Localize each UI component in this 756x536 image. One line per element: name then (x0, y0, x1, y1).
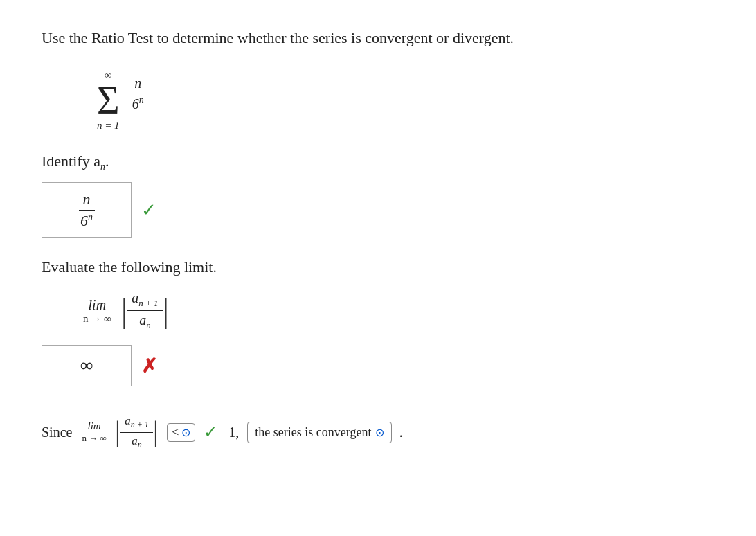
one-label: 1, (228, 425, 239, 440)
result-dropdown[interactable]: the series is convergent ⊙ (247, 422, 392, 443)
since-lim-word: lim (87, 420, 100, 432)
abs-expression: | an + 1 an | (121, 290, 170, 331)
identify-punct: . (105, 152, 109, 170)
lim-subscript: n → ∞ (83, 313, 111, 325)
an-exp: n (88, 212, 93, 222)
evaluate-cross-icon: ✗ (141, 355, 157, 377)
since-abs-num-sub: n + 1 (131, 420, 149, 430)
since-abs-frac: an + 1 an (120, 414, 153, 450)
evaluate-label: Evaluate the following limit. (42, 258, 714, 276)
limit-answer-value: ∞ (80, 355, 93, 376)
identify-text: Identify a (42, 152, 100, 170)
period: . (399, 423, 403, 441)
since-lim-subscript: n → ∞ (82, 433, 106, 444)
identify-subscript: n (100, 161, 105, 172)
an-denominator: 6n (76, 211, 97, 230)
identify-label: Identify an. (42, 152, 714, 172)
evaluate-section: Evaluate the following limit. lim n → ∞ … (42, 258, 714, 386)
abs-frac: an + 1 an (127, 290, 162, 331)
series-numerator: n (132, 75, 144, 93)
comparison-arrow: ⊙ (181, 426, 190, 439)
abs-numerator: an + 1 (127, 290, 162, 311)
since-abs-num: an + 1 (120, 414, 153, 432)
since-abs-den: an (127, 433, 146, 450)
abs-denominator: an (135, 311, 155, 331)
identify-section: Identify an. n 6n ✓ (42, 152, 714, 238)
since-abs-den-sub: n (138, 440, 142, 449)
comparison-dropdown[interactable]: < ⊙ (167, 423, 195, 442)
lower-limit: n = 1 (97, 120, 120, 132)
abs-den-sub: n (146, 320, 151, 330)
an-numerator: n (79, 190, 95, 211)
limit-answer-box[interactable]: ∞ (42, 345, 132, 386)
since-left-bar: | (115, 418, 120, 446)
series-denominator: 6n (129, 93, 147, 112)
series-display: ∞ Σ n = 1 n 6n (97, 70, 714, 132)
an-check-icon: ✓ (141, 199, 156, 221)
limit-expression: lim n → ∞ | an + 1 an | (83, 290, 714, 331)
lim-word: lim (89, 297, 107, 313)
comparison-text: < (172, 425, 179, 440)
evaluate-answer-row: ∞ ✗ (42, 345, 714, 386)
an-answer-box[interactable]: n 6n (42, 182, 132, 238)
since-abs-expression: | an + 1 an | (115, 414, 159, 450)
since-right-bar: | (153, 418, 159, 446)
lim-block: lim n → ∞ (83, 297, 111, 325)
since-label: Since (42, 425, 72, 440)
since-lim-block: lim n → ∞ (82, 420, 106, 444)
main-question: Use the Ratio Test to determine whether … (42, 28, 714, 49)
right-abs-bar: | (163, 296, 170, 325)
since-check-icon: ✓ (204, 422, 217, 442)
abs-num-sub: n + 1 (138, 298, 158, 308)
since-section: Since lim n → ∞ | an + 1 an | < ⊙ ✓ 1, t… (42, 414, 714, 450)
left-abs-bar: | (121, 296, 128, 325)
sigma-symbol: Σ (97, 81, 120, 120)
result-text: the series is convergent (255, 425, 371, 440)
result-arrow: ⊙ (375, 426, 384, 439)
series-exp: n (139, 95, 144, 105)
